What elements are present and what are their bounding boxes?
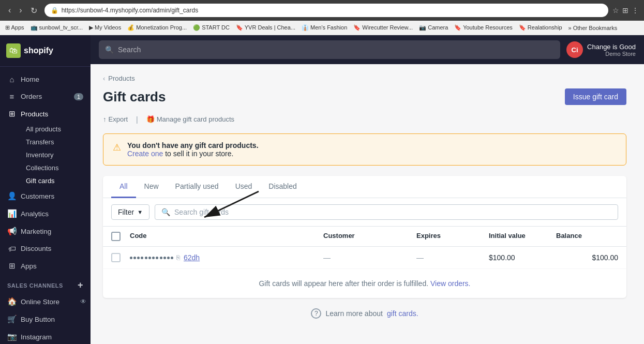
export-icon: ↑: [103, 115, 107, 123]
bookmark-8[interactable]: 📷 Camera: [419, 24, 448, 31]
shopify-logo[interactable]: 🛍 shopify: [6, 43, 53, 58]
bookmark-4[interactable]: 🟢 START DC: [193, 24, 230, 31]
filter-button[interactable]: Filter ▼: [111, 204, 149, 220]
buy-button-icon: 🛒: [7, 315, 17, 324]
menu-icon[interactable]: ⋮: [632, 6, 639, 14]
user-name: Change is Good: [587, 43, 636, 51]
sidebar-item-products[interactable]: ⊞ Products: [0, 105, 91, 123]
search-bar[interactable]: 🔍: [99, 40, 560, 59]
browser-chrome: ‹ › ↻ 🔒 https://sunbowl-4.myshopify.com/…: [0, 0, 644, 21]
bookmark-2[interactable]: ▶ My Videos: [89, 24, 121, 31]
bookmark-3[interactable]: 💰 Monetization Prog...: [127, 24, 187, 31]
bookmark-bar: ⊞ Apps 📺 sunbowl_tv_scr... ▶ My Videos 💰…: [0, 21, 644, 35]
sidebar-item-discounts-label: Discounts: [21, 245, 51, 252]
dot: [133, 257, 136, 259]
warning-suffix: to sell it in your store.: [165, 149, 233, 158]
copy-icon[interactable]: ⎘: [176, 254, 180, 261]
customers-icon: 👤: [7, 191, 17, 201]
sidebar-item-online-store[interactable]: 🏠 Online Store 👁: [0, 293, 91, 310]
breadcrumb-parent[interactable]: Products: [108, 74, 134, 82]
url-bar[interactable]: 🔒 https://sunbowl-4.myshopify.com/admin/…: [44, 4, 608, 17]
bookmark-5[interactable]: 🔖 YVR Deals | Chea...: [236, 24, 295, 31]
sidebar-item-discounts[interactable]: 🏷 Discounts: [0, 240, 91, 257]
bookmark-apps[interactable]: ⊞ Apps: [5, 24, 24, 31]
sidebar-item-buy-button[interactable]: 🛒 Buy Button: [0, 310, 91, 328]
discounts-icon: 🏷: [7, 244, 17, 253]
sidebar-item-transfers[interactable]: Transfers: [19, 136, 91, 148]
sidebar-item-marketing[interactable]: 📢 Marketing: [0, 222, 91, 240]
bookmark-other[interactable]: » Other Bookmarks: [568, 25, 618, 31]
back-button[interactable]: ‹: [5, 5, 14, 17]
tab-all[interactable]: All: [111, 176, 136, 198]
bookmark-9[interactable]: 🔖 Youtube Resources: [454, 24, 512, 31]
bookmark-7[interactable]: 🔖 Wirecutter Review...: [353, 24, 413, 31]
sidebar-item-gift-cards[interactable]: Gift cards: [19, 174, 91, 187]
warning-icon: ⚠: [113, 142, 121, 153]
tab-new[interactable]: New: [136, 176, 167, 198]
help-icon: ?: [311, 308, 321, 319]
sidebar-item-collections[interactable]: Collections: [19, 161, 91, 174]
user-store: Demo Store: [587, 51, 636, 57]
dot: [137, 257, 140, 259]
table-footer-message: Gift cards will appear here after their …: [103, 269, 626, 298]
sidebar-item-inventory[interactable]: Inventory: [19, 148, 91, 161]
select-all-checkbox[interactable]: [111, 232, 121, 241]
table-header: Code Customer Expires Initial value Bala…: [103, 227, 626, 247]
gift-card-search-input[interactable]: [174, 208, 611, 216]
sidebar-item-instagram[interactable]: 📷 Instagram: [0, 328, 91, 344]
sidebar-item-home-label: Home: [21, 76, 39, 83]
row-checkbox[interactable]: [111, 253, 121, 262]
add-sales-channel-button[interactable]: +: [78, 280, 83, 291]
issue-gift-card-button[interactable]: Issue gift card: [565, 88, 626, 105]
gift-card-search-wrap[interactable]: 🔍: [155, 204, 618, 220]
manage-gift-card-products-button[interactable]: 🎁 Manage gift card products: [146, 113, 234, 125]
extensions-icon[interactable]: ⊞: [622, 6, 628, 14]
dot-group-2: [145, 257, 158, 259]
gift-card-suffix-link[interactable]: 62dh: [184, 253, 200, 262]
dot: [167, 257, 170, 259]
filter-chevron-icon: ▼: [137, 209, 143, 215]
bookmark-1[interactable]: 📺 sunbowl_tv_scr...: [31, 24, 83, 31]
eye-icon[interactable]: 👁: [80, 298, 86, 305]
tab-used[interactable]: Used: [227, 176, 261, 198]
bookmark-10[interactable]: 🔖 Realationship: [519, 24, 562, 31]
sidebar-item-customers-label: Customers: [21, 192, 54, 200]
user-avatar[interactable]: Ci: [566, 41, 583, 58]
user-info: Change is Good Demo Store: [587, 43, 636, 57]
products-icon: ⊞: [7, 109, 17, 118]
sidebar-header: 🛍 shopify: [0, 35, 91, 67]
create-one-link[interactable]: Create one: [127, 149, 163, 158]
sidebar-item-customers[interactable]: 👤 Customers: [0, 187, 91, 205]
sidebar-item-home[interactable]: ⌂ Home: [0, 71, 91, 88]
tab-partially-used[interactable]: Partially used: [167, 176, 227, 198]
sidebar-item-products-label: Products: [21, 110, 48, 118]
sidebar-item-apps[interactable]: ⊞ Apps: [0, 257, 91, 275]
sidebar-item-all-products[interactable]: All products: [19, 123, 91, 136]
search-input[interactable]: [118, 46, 554, 54]
bookmark-star[interactable]: ☆: [612, 6, 619, 14]
toolbar-divider: |: [136, 115, 138, 124]
header-checkbox-cell: [111, 232, 130, 241]
export-button[interactable]: ↑ Export: [103, 113, 128, 125]
products-subnav: All products Transfers Inventory Collect…: [0, 123, 91, 187]
breadcrumb: ‹ Products: [103, 74, 626, 82]
view-orders-link[interactable]: View orders.: [430, 279, 471, 288]
sidebar-item-analytics[interactable]: 📊 Analytics: [0, 205, 91, 222]
topbar: 🔍 Ci Change is Good Demo Store: [91, 35, 644, 64]
sidebar-item-online-store-label: Online Store: [21, 298, 59, 306]
apps-icon: ⊞: [7, 261, 17, 271]
refresh-button[interactable]: ↻: [27, 5, 40, 17]
tab-disabled[interactable]: Disabled: [260, 176, 305, 198]
filter-label: Filter: [118, 208, 134, 216]
bookmark-6[interactable]: 👔 Men's Fashion: [302, 24, 347, 31]
gift-card-icon: 🎁: [146, 115, 155, 123]
warning-banner: ⚠ You don't have any gift card products.…: [103, 133, 626, 166]
breadcrumb-arrow: ‹: [103, 74, 105, 82]
sidebar-item-orders-label: Orders: [21, 93, 42, 100]
sidebar-item-orders[interactable]: ≡ Orders 1: [0, 88, 91, 105]
instagram-icon: 📷: [7, 332, 17, 341]
sidebar-item-marketing-label: Marketing: [21, 228, 51, 235]
gift-cards-learn-more-link[interactable]: gift cards.: [387, 309, 418, 318]
dot-group-1: [130, 257, 143, 259]
forward-button[interactable]: ›: [16, 5, 25, 17]
